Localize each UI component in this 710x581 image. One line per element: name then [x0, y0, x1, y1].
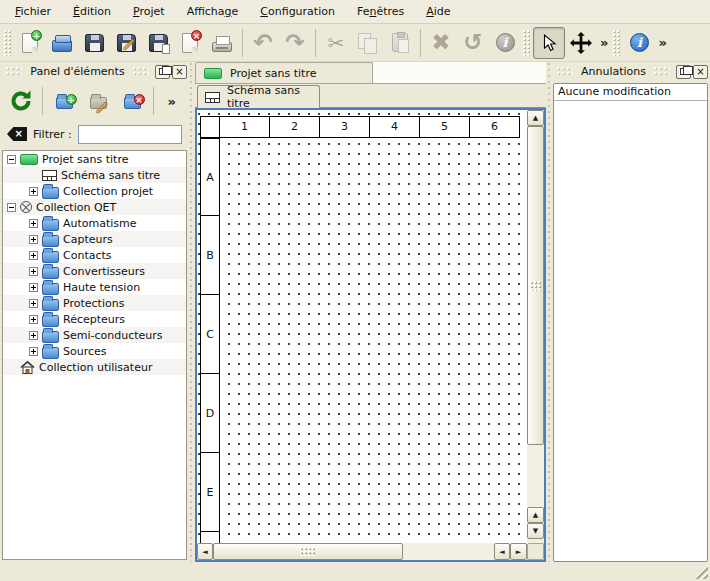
horizontal-scrollbar[interactable]: ◄ ◄ ►: [197, 543, 527, 560]
new-document-button[interactable]: [14, 27, 46, 59]
save-button[interactable]: [78, 27, 110, 59]
toolbar-separator: [42, 87, 43, 115]
undo-list-item[interactable]: Aucune modification: [554, 84, 707, 101]
expand-icon[interactable]: [29, 299, 38, 308]
expand-icon[interactable]: [29, 187, 38, 196]
tree-item-haute-tension[interactable]: Haute tension: [3, 279, 186, 295]
diagram-grid-area[interactable]: 1 2 3 4 5 6 A B C D E: [197, 110, 527, 543]
toolbar-overflow-button[interactable]: »: [655, 35, 669, 50]
scroll-up-button[interactable]: ▲: [527, 110, 544, 126]
menu-edition[interactable]: Édition: [62, 1, 122, 22]
new-category-button[interactable]: [47, 85, 81, 117]
save-all-button[interactable]: [142, 27, 174, 59]
dock-float-button[interactable]: [155, 65, 170, 79]
undo-button[interactable]: ↶: [247, 27, 279, 59]
copy-button[interactable]: [352, 27, 384, 59]
menu-aide[interactable]: Aide: [415, 1, 461, 22]
schema-tab-bar: Schéma sans titre: [195, 84, 546, 108]
undo-panel-header[interactable]: Annulations ×: [553, 62, 708, 81]
tree-item-sources[interactable]: Sources: [3, 343, 186, 359]
expand-icon[interactable]: [29, 315, 38, 324]
folder-icon: [42, 219, 59, 231]
save-as-button[interactable]: [110, 27, 142, 59]
window-resize-grip[interactable]: [694, 565, 708, 579]
tree-item-collection-utilisateur[interactable]: Collection utilisateur: [3, 359, 186, 375]
copy-icon: [357, 32, 379, 54]
dock-splitter[interactable]: [188, 62, 195, 562]
expand-icon[interactable]: [29, 331, 38, 340]
paste-button[interactable]: [384, 27, 416, 59]
toolbar-overflow-button[interactable]: »: [597, 35, 611, 50]
open-document-button[interactable]: [46, 27, 78, 59]
tree-item-capteurs[interactable]: Capteurs: [3, 231, 186, 247]
dock-float-button[interactable]: [676, 65, 691, 79]
up-arrow-icon: ▲: [533, 511, 538, 519]
tree-item-collection-projet[interactable]: Collection projet: [3, 183, 186, 199]
tree-item-label: Automatisme: [63, 217, 137, 230]
expand-icon[interactable]: [29, 251, 38, 260]
clear-filter-button[interactable]: ×: [7, 127, 27, 141]
reload-collections-button[interactable]: [4, 85, 38, 117]
cut-button[interactable]: ✂: [320, 27, 352, 59]
elements-panel-header[interactable]: Panel d'éléments ×: [2, 62, 187, 81]
tree-item-contacts[interactable]: Contacts: [3, 247, 186, 263]
dock-close-button[interactable]: ×: [693, 65, 708, 79]
tree-item-protections[interactable]: Protections: [3, 295, 186, 311]
tree-item-convertisseurs[interactable]: Convertisseurs: [3, 263, 186, 279]
toolbar-drag-handle[interactable]: [523, 30, 531, 56]
select-mode-button[interactable]: [533, 27, 565, 59]
tab-projet-sans-titre[interactable]: Projet sans titre: [195, 62, 373, 83]
move-mode-button[interactable]: [565, 27, 597, 59]
tree-item-label: Semi-conducteurs: [63, 329, 163, 342]
scroll-left-button[interactable]: ◄: [197, 543, 213, 560]
menu-affichage[interactable]: Affichage: [176, 1, 250, 22]
tree-item-automatisme[interactable]: Automatisme: [3, 215, 186, 231]
scroll-right-button[interactable]: ►: [510, 543, 527, 560]
grip-icon: [300, 547, 316, 556]
rotate-selection-button[interactable]: ↺: [457, 27, 489, 59]
dock-splitter[interactable]: [546, 62, 553, 562]
schema-canvas[interactable]: 1 2 3 4 5 6 A B C D E ▲: [195, 108, 546, 562]
menu-fenetres[interactable]: Fenêtres: [346, 1, 415, 22]
delete-selection-button[interactable]: ✖: [425, 27, 457, 59]
undo-history-list[interactable]: Aucune modification: [553, 83, 708, 562]
delete-category-button[interactable]: [115, 85, 149, 117]
expand-icon[interactable]: [29, 219, 38, 228]
scroll-up-button[interactable]: ▲: [527, 507, 544, 523]
dock-close-button[interactable]: ×: [172, 65, 187, 79]
filter-label: Filtrer :: [33, 128, 72, 141]
tree-item-recepteurs[interactable]: Récepteurs: [3, 311, 186, 327]
menu-fichier[interactable]: Fichier: [4, 1, 62, 22]
expand-icon[interactable]: [29, 283, 38, 292]
tree-item-schema-sans-titre[interactable]: Schéma sans titre: [3, 167, 186, 183]
vertical-scrollbar-thumb[interactable]: [527, 126, 544, 445]
toolbar-drag-handle[interactable]: [4, 30, 12, 56]
tree-item-semi-conducteurs[interactable]: Semi-conducteurs: [3, 327, 186, 343]
menu-configuration[interactable]: Configuration: [249, 1, 346, 22]
toolbar-drag-handle[interactable]: [613, 30, 621, 56]
about-qet-button[interactable]: i: [623, 27, 655, 59]
edit-category-button[interactable]: [81, 85, 115, 117]
horizontal-scrollbar-thumb[interactable]: [213, 543, 403, 560]
tree-item-projet-sans-titre[interactable]: Projet sans titre: [3, 151, 186, 167]
expand-icon[interactable]: [29, 347, 38, 356]
print-button[interactable]: [206, 27, 238, 59]
panel-overflow-button[interactable]: »: [165, 94, 179, 109]
close-document-button[interactable]: [174, 27, 206, 59]
scroll-left-button[interactable]: ◄: [494, 543, 510, 560]
tab-schema-sans-titre[interactable]: Schéma sans titre: [197, 85, 320, 108]
redo-button[interactable]: ↷: [279, 27, 311, 59]
menu-projet[interactable]: Projet: [122, 1, 176, 22]
vertical-scrollbar[interactable]: ▲ ▲ ▼: [527, 110, 544, 543]
filter-input[interactable]: [78, 125, 182, 144]
collapse-icon[interactable]: [7, 203, 16, 212]
tree-item-collection-qet[interactable]: Collection QET: [3, 199, 186, 215]
edit-folder-icon: [90, 97, 107, 109]
dock-texture: [654, 67, 670, 76]
scroll-down-button[interactable]: ▼: [527, 523, 544, 539]
expand-icon[interactable]: [29, 267, 38, 276]
selection-info-button[interactable]: i: [489, 27, 521, 59]
collapse-icon[interactable]: [7, 155, 16, 164]
expand-icon[interactable]: [29, 235, 38, 244]
up-arrow-icon: ▲: [533, 114, 538, 122]
